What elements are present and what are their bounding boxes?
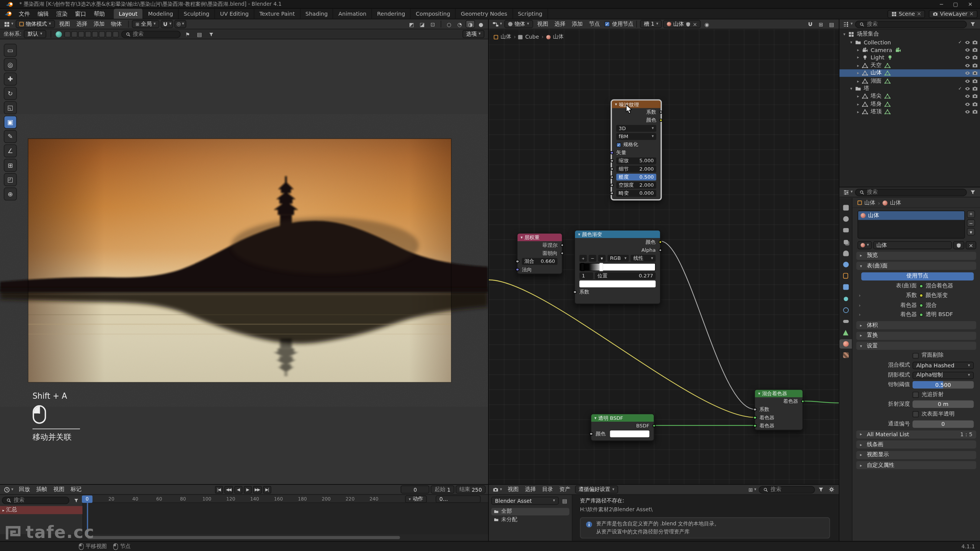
collection-checkbox[interactable]: ✓ [957, 86, 963, 91]
properties-search-input[interactable]: 搜索 [855, 188, 967, 196]
node-value-field[interactable]: 糙度0.500 [612, 173, 660, 181]
outliner-row[interactable]: ▸ 天空 [840, 62, 980, 69]
tool-transform[interactable]: ▣ [4, 116, 17, 129]
expand-icon[interactable]: ▸ [856, 109, 861, 114]
expand-icon[interactable]: › [858, 293, 862, 298]
outliner-row[interactable]: ▸ 塔尖 [840, 93, 980, 100]
expand-icon[interactable]: ▾ [849, 40, 854, 45]
tool-select-box[interactable]: ▭ [4, 44, 17, 57]
frame-start-field[interactable]: 起始1 [431, 486, 454, 494]
workspace-tab[interactable]: UV Editing [215, 9, 255, 19]
workspace-tab[interactable]: Shading [301, 9, 333, 19]
catalog-new-icon[interactable]: ▤ [560, 497, 569, 505]
viewport-menu[interactable]: 添加 [90, 20, 108, 29]
node-noise-texture[interactable]: ▾噪波纹理 系数 颜色 3D▾ fBM▾ ✓规格化 矢量 缩放5.000 细节2… [611, 100, 662, 200]
asset-browser-menu[interactable]: 选择 [522, 484, 539, 495]
node-value-field[interactable]: 畸变0.000 [612, 189, 660, 197]
node-value-field[interactable]: 细节2.000 [612, 165, 660, 173]
tab-output[interactable] [840, 226, 852, 235]
expand-icon[interactable]: › [858, 303, 862, 308]
paint-mask-toggle[interactable] [98, 31, 105, 37]
add-stop-button[interactable]: ＋ [579, 255, 587, 262]
shader-editor-menu[interactable]: 添加 [568, 20, 586, 29]
tab-texture[interactable] [840, 351, 852, 360]
playback-button[interactable]: ▶ [243, 486, 252, 493]
panel-volume[interactable]: ▸体积 [856, 321, 976, 329]
ramp-stop-white[interactable] [599, 263, 603, 271]
disable-in-render-icon[interactable] [972, 39, 978, 45]
hide-icon[interactable] [964, 47, 970, 53]
panel-displacement[interactable]: ▸置换 [856, 332, 976, 340]
paint-mask-toggle[interactable] [78, 31, 84, 37]
filter-icon[interactable] [816, 486, 825, 494]
menubar-menu[interactable]: 窗口 [71, 8, 90, 19]
workspace-tab[interactable]: Texture Paint [254, 9, 300, 19]
asset-browser-menu[interactable]: 资产 [556, 484, 573, 495]
viewport-search-input[interactable]: 搜索 [121, 30, 180, 38]
xray-toggle[interactable]: ⊡ [428, 20, 437, 28]
add-slot-button[interactable]: ＋ [967, 210, 975, 218]
expand-icon[interactable]: ▾ [849, 86, 854, 91]
show-overlays-toggle[interactable]: ◪ [418, 20, 427, 28]
editor-type-button[interactable]: ▾ [842, 188, 854, 196]
disable-in-render-icon[interactable] [972, 78, 978, 84]
expand-icon[interactable]: ▸ [856, 47, 861, 52]
horizontal-scrollbar[interactable] [88, 536, 400, 539]
tool-cursor[interactable]: ◎ [4, 58, 17, 71]
collection-checkbox[interactable]: ✓ [957, 40, 963, 45]
expand-icon[interactable]: ▸ [856, 63, 861, 68]
editor-type-button[interactable]: ▾ [3, 486, 15, 494]
viewlayer-selector[interactable]: ViewLayer✕ [929, 10, 977, 18]
tab-material[interactable] [840, 339, 852, 349]
asset-browser-menu[interactable]: 视图 [505, 484, 522, 495]
tool-add-cube[interactable]: ⊞ [4, 159, 17, 172]
remove-slot-button[interactable]: − [967, 219, 975, 227]
browse-material-button[interactable]: ▾ [858, 241, 872, 249]
asset-browser-menu[interactable]: 目录 [539, 484, 556, 495]
editor-type-button[interactable]: ▾ [842, 20, 854, 28]
hide-icon[interactable] [964, 86, 970, 92]
material-slot-select[interactable]: 槽 1▾ [640, 20, 662, 28]
material-datablock[interactable]: 山体✕ [663, 20, 701, 28]
tab-view-layer[interactable] [840, 237, 852, 246]
pin-icon[interactable]: ◉ [702, 20, 711, 28]
refraction-depth-field[interactable]: 0 m [913, 401, 974, 408]
shader-editor-menu[interactable]: 选择 [551, 20, 568, 29]
gear-icon[interactable] [827, 486, 836, 494]
node-value-field[interactable]: 缩放5.000 [612, 157, 660, 165]
viewport-menu[interactable]: 物体 [108, 20, 125, 29]
hide-icon[interactable] [964, 93, 970, 99]
hide-icon[interactable] [964, 101, 970, 107]
dopesheet-area[interactable] [83, 503, 488, 534]
material-slot-list[interactable]: 山体 [858, 210, 965, 238]
node-value[interactable]: 颜色渐变 [920, 292, 974, 300]
disable-in-render-icon[interactable] [972, 47, 978, 53]
shading-wireframe-button[interactable]: ○ [444, 20, 454, 28]
playhead-badge[interactable]: 0 [82, 495, 93, 503]
tool-annotate[interactable]: ✎ [4, 130, 17, 143]
shading-rendered-button[interactable]: ● [476, 20, 485, 28]
timeline-menu[interactable]: 回放 [16, 484, 33, 495]
outliner-row[interactable]: ▸ Light [840, 54, 980, 62]
tab-object[interactable] [840, 271, 852, 280]
tab-particles[interactable] [840, 294, 852, 303]
backface-culling-checkbox[interactable]: 背面剔除 [913, 352, 974, 360]
workspace-tab[interactable]: Modeling [143, 9, 179, 19]
shading-material-button[interactable]: ◑ [466, 20, 475, 28]
tab-tool[interactable] [840, 203, 852, 212]
expand-icon[interactable]: › [858, 313, 862, 318]
noise-type-select[interactable]: fBM▾ [616, 133, 656, 140]
outliner-row[interactable]: ▸ 塔身 [840, 100, 980, 108]
expand-icon[interactable]: ▸ [856, 71, 861, 76]
mode-select[interactable]: 物体模式▾ [16, 20, 55, 28]
node-mix-shader[interactable]: ▾混合着色器 着色器 系数 着色器 着色器 [755, 389, 803, 430]
panel-custom-properties[interactable]: ▸自定义属性 [856, 461, 976, 469]
pass-index-field[interactable]: 0 [913, 420, 974, 428]
brush-color-icon[interactable] [56, 31, 62, 37]
stop-index-field[interactable]: 1 [579, 272, 593, 279]
timeline-menu[interactable]: 插帧 [33, 484, 50, 495]
disable-in-render-icon[interactable] [972, 62, 978, 68]
workspace-tab[interactable]: Layout [114, 9, 143, 19]
orientation-select[interactable]: ⊞全局▾ [132, 20, 159, 28]
paint-mask-toggle[interactable] [91, 31, 98, 37]
